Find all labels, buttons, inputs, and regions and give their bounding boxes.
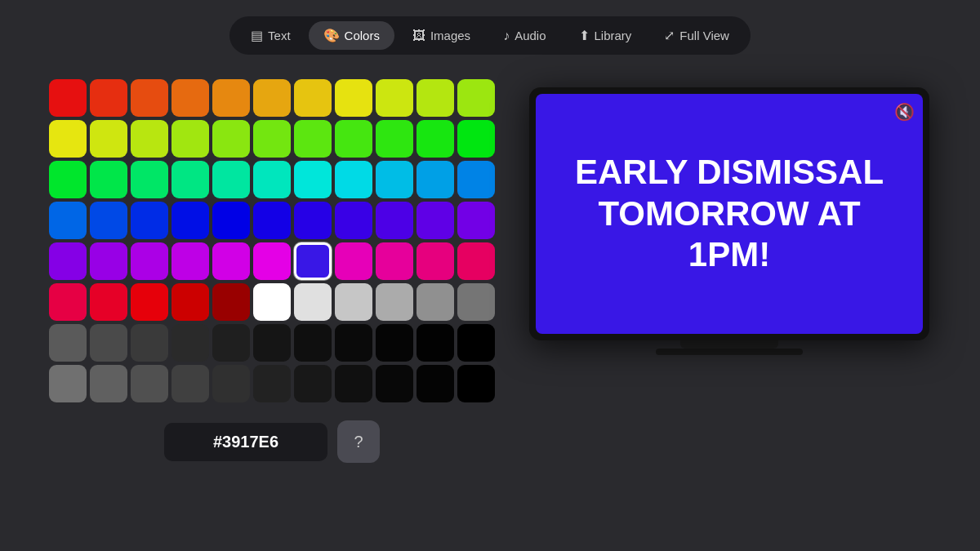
color-swatch[interactable] xyxy=(212,202,250,239)
color-swatch[interactable] xyxy=(49,242,87,280)
color-swatch[interactable] xyxy=(376,365,413,402)
color-swatch[interactable] xyxy=(131,283,168,321)
color-swatch[interactable] xyxy=(49,365,87,402)
color-swatch[interactable] xyxy=(294,283,332,321)
color-swatch[interactable] xyxy=(457,242,495,280)
text-label: Text xyxy=(268,29,291,42)
color-swatch[interactable] xyxy=(294,79,332,117)
color-swatch[interactable] xyxy=(49,324,87,362)
tv-base xyxy=(656,349,803,355)
color-swatch[interactable] xyxy=(457,365,495,402)
color-swatch[interactable] xyxy=(49,283,87,321)
color-swatch[interactable] xyxy=(335,324,372,362)
color-swatch[interactable] xyxy=(335,365,372,402)
nav-item-text[interactable]: ▤Text xyxy=(236,21,305,50)
color-swatch[interactable] xyxy=(294,324,332,362)
color-swatch[interactable] xyxy=(212,365,250,402)
color-swatch[interactable] xyxy=(294,242,332,280)
color-swatch[interactable] xyxy=(253,161,291,198)
color-swatch[interactable] xyxy=(416,242,454,280)
color-swatch[interactable] xyxy=(335,79,372,117)
color-swatch[interactable] xyxy=(294,365,332,402)
color-swatch[interactable] xyxy=(294,202,332,239)
color-swatch[interactable] xyxy=(131,120,168,158)
color-swatch[interactable] xyxy=(376,242,413,280)
color-swatch[interactable] xyxy=(253,242,291,280)
color-swatch[interactable] xyxy=(90,365,127,402)
color-swatch[interactable] xyxy=(416,79,454,117)
color-swatch[interactable] xyxy=(294,120,332,158)
color-swatch[interactable] xyxy=(131,79,168,117)
nav-item-colors[interactable]: 🎨Colors xyxy=(309,21,394,50)
color-swatch[interactable] xyxy=(90,242,127,280)
color-swatch[interactable] xyxy=(253,120,291,158)
color-swatch[interactable] xyxy=(212,283,250,321)
color-swatch[interactable] xyxy=(376,324,413,362)
color-swatch[interactable] xyxy=(172,324,209,362)
color-swatch[interactable] xyxy=(416,324,454,362)
color-swatch[interactable] xyxy=(457,324,495,362)
color-swatch[interactable] xyxy=(212,324,250,362)
nav-item-fullview[interactable]: ⤢Full View xyxy=(649,21,744,50)
color-swatch[interactable] xyxy=(253,79,291,117)
color-swatch[interactable] xyxy=(90,161,127,198)
tv-frame: 🔇 EARLY DISMISSAL TOMORROW AT 1PM! xyxy=(529,87,929,340)
color-swatch[interactable] xyxy=(212,161,250,198)
color-swatch[interactable] xyxy=(416,365,454,402)
color-swatch[interactable] xyxy=(90,202,127,239)
fullview-label: Full View xyxy=(679,29,729,42)
color-swatch[interactable] xyxy=(131,324,168,362)
color-swatch[interactable] xyxy=(131,365,168,402)
color-swatch[interactable] xyxy=(416,283,454,321)
color-swatch[interactable] xyxy=(253,202,291,239)
color-swatch[interactable] xyxy=(90,120,127,158)
color-swatch[interactable] xyxy=(49,161,87,198)
nav-item-audio[interactable]: ♪Audio xyxy=(488,22,560,50)
color-swatch[interactable] xyxy=(49,79,87,117)
color-swatch[interactable] xyxy=(212,120,250,158)
color-swatch[interactable] xyxy=(416,120,454,158)
color-swatch[interactable] xyxy=(90,79,127,117)
color-swatch[interactable] xyxy=(90,324,127,362)
color-swatch[interactable] xyxy=(49,202,87,239)
color-swatch[interactable] xyxy=(335,202,372,239)
color-swatch[interactable] xyxy=(172,161,209,198)
color-swatch[interactable] xyxy=(131,242,168,280)
color-swatch[interactable] xyxy=(335,283,372,321)
color-swatch[interactable] xyxy=(416,202,454,239)
color-swatch[interactable] xyxy=(212,79,250,117)
color-swatch[interactable] xyxy=(172,242,209,280)
color-swatch[interactable] xyxy=(253,324,291,362)
color-swatch[interactable] xyxy=(335,161,372,198)
hex-input[interactable] xyxy=(164,423,327,461)
color-swatch[interactable] xyxy=(335,242,372,280)
color-swatch[interactable] xyxy=(457,202,495,239)
help-button[interactable]: ? xyxy=(337,420,380,463)
nav-item-library[interactable]: ⬆Library xyxy=(564,21,647,50)
color-swatch[interactable] xyxy=(172,120,209,158)
color-swatch[interactable] xyxy=(457,120,495,158)
color-swatch[interactable] xyxy=(376,283,413,321)
color-swatch[interactable] xyxy=(49,120,87,158)
color-swatch[interactable] xyxy=(294,161,332,198)
color-swatch[interactable] xyxy=(457,161,495,198)
color-swatch[interactable] xyxy=(335,120,372,158)
color-swatch[interactable] xyxy=(457,79,495,117)
color-swatch[interactable] xyxy=(172,202,209,239)
color-swatch[interactable] xyxy=(457,283,495,321)
color-swatch[interactable] xyxy=(131,202,168,239)
color-swatch[interactable] xyxy=(172,365,209,402)
color-swatch[interactable] xyxy=(172,283,209,321)
color-swatch[interactable] xyxy=(416,161,454,198)
color-swatch[interactable] xyxy=(131,161,168,198)
color-swatch[interactable] xyxy=(376,202,413,239)
color-swatch[interactable] xyxy=(212,242,250,280)
color-swatch[interactable] xyxy=(376,79,413,117)
color-swatch[interactable] xyxy=(253,365,291,402)
color-swatch[interactable] xyxy=(172,79,209,117)
color-swatch[interactable] xyxy=(90,283,127,321)
color-swatch[interactable] xyxy=(376,120,413,158)
color-swatch[interactable] xyxy=(376,161,413,198)
color-swatch[interactable] xyxy=(253,283,291,321)
nav-item-images[interactable]: 🖼Images xyxy=(398,22,485,50)
